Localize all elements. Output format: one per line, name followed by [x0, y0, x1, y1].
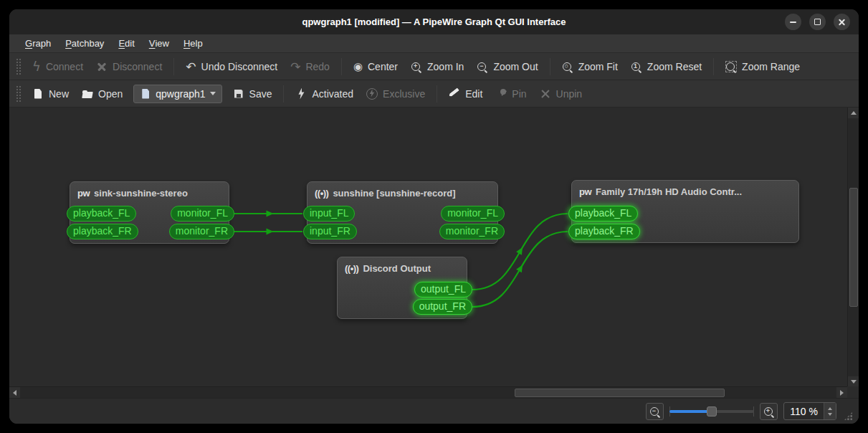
- toolbar-button-new[interactable]: New: [26, 85, 75, 103]
- redo-icon: ↷: [290, 61, 300, 72]
- toolbar-button-label: Edit: [465, 88, 482, 100]
- connection-arrow-icon: [267, 229, 274, 235]
- horizontal-scrollbar[interactable]: [9, 386, 847, 398]
- connection-arrow-icon: [267, 211, 274, 217]
- spin-down-button[interactable]: [828, 413, 832, 416]
- menu-patchbay[interactable]: Patchbay: [58, 34, 111, 52]
- maximize-button[interactable]: [809, 14, 826, 30]
- vertical-scrollbar[interactable]: [847, 108, 859, 387]
- vertical-scrollbar-thumb[interactable]: [849, 188, 858, 307]
- toolbar-patchbay: NewOpenqpwgraph1SaveActivatedExclusiveEd…: [9, 80, 859, 108]
- toolbar-button-label: qpwgraph1: [156, 88, 205, 100]
- node-title: sunshine [sunshine-record]: [333, 188, 455, 199]
- toolbar-button-redo[interactable]: ↷Redo: [284, 57, 336, 76]
- statusbar: − + 110 %: [9, 399, 859, 424]
- close-button[interactable]: [834, 14, 850, 30]
- toolbar-button-unpin[interactable]: Unpin: [533, 85, 589, 103]
- toolbar-separator: [283, 85, 284, 103]
- toolbar-drag-handle[interactable]: [16, 58, 21, 75]
- toolbar-button-activated[interactable]: Activated: [289, 85, 360, 103]
- zoom-spinbox[interactable]: 110 %: [783, 402, 836, 420]
- toolbar-button-label: Activated: [312, 88, 353, 100]
- toolbar-separator: [341, 58, 342, 75]
- port-sink-sunshine-stereo-monitor-fr[interactable]: monitor_FR: [169, 224, 234, 239]
- titlebar[interactable]: qpwgraph1 [modified] — A PipeWire Graph …: [9, 9, 859, 34]
- toolbar-button-save[interactable]: Save: [226, 85, 279, 103]
- connection-arrow-icon: [516, 263, 525, 272]
- menu-view[interactable]: View: [142, 34, 176, 52]
- toolbar-button-zoom-reset[interactable]: 1Zoom Reset: [624, 57, 708, 76]
- toolbar-button-label: Zoom Range: [742, 61, 800, 72]
- desktop-background: qpwgraph1 [modified] — A PipeWire Graph …: [0, 0, 868, 433]
- horizontal-scrollbar-thumb[interactable]: [515, 389, 725, 397]
- arrow-up-icon: [851, 111, 857, 115]
- toolbar-separator: [550, 58, 550, 75]
- scroll-up-button[interactable]: [848, 108, 859, 118]
- toolbar-button-pin[interactable]: Pin: [489, 85, 533, 103]
- port-sink-sunshine-stereo-playback-fl[interactable]: playback_FL: [67, 206, 136, 222]
- zoom-reset-icon: 1: [631, 61, 642, 72]
- toolbar-button-label: Open: [98, 88, 123, 100]
- port-sunshine-monitor-fl[interactable]: monitor_FL: [441, 206, 505, 222]
- port-sunshine-monitor-fr[interactable]: monitor_FR: [439, 224, 505, 239]
- port-sunshine-input-fr[interactable]: input_FR: [303, 224, 357, 239]
- minimize-icon: [790, 22, 796, 23]
- toolbar-button-edit[interactable]: Edit: [442, 85, 489, 103]
- toolbar-button-label: Disconnect: [113, 61, 162, 72]
- zoom-slider-handle[interactable]: [707, 406, 717, 417]
- toolbar-button-zoom-range[interactable]: Zoom Range: [719, 57, 806, 76]
- scroll-down-button[interactable]: [848, 376, 859, 387]
- chevron-down-icon: [210, 92, 216, 95]
- zoom-in-button[interactable]: +: [760, 403, 778, 420]
- toolbar-button-zoom-in[interactable]: +Zoom In: [404, 57, 470, 76]
- file-current-icon: [140, 88, 151, 100]
- toolbar-button-open[interactable]: Open: [75, 85, 129, 103]
- qpwgraph-window: qpwgraph1 [modified] — A PipeWire Graph …: [9, 9, 859, 424]
- graph-viewport[interactable]: pwsink-sunshine-stereo((•))sunshine [sun…: [9, 108, 847, 387]
- arrow-right-icon: [840, 390, 844, 396]
- toolbar-button-label: Zoom In: [427, 61, 464, 72]
- menu-edit[interactable]: Edit: [111, 34, 141, 52]
- zoom-fit-icon: ○: [562, 61, 573, 72]
- toolbar-button-zoom-fit[interactable]: ○Zoom Fit: [555, 57, 624, 76]
- menu-help[interactable]: Help: [176, 34, 210, 52]
- toolbar-button-disconnect[interactable]: Disconnect: [90, 57, 168, 76]
- minimize-button[interactable]: [785, 14, 801, 30]
- file-new-icon: [32, 88, 44, 100]
- spin-up-button[interactable]: [828, 407, 832, 410]
- toolbar-button-center[interactable]: ◉Center: [347, 57, 404, 76]
- patchbay-selector-combo[interactable]: qpwgraph1: [133, 85, 221, 103]
- connection-arrow-icon: [516, 246, 525, 255]
- toolbar-button-zoom-out[interactable]: −Zoom Out: [470, 57, 544, 76]
- undo-icon: ↶: [186, 61, 196, 72]
- toolbar-separator: [437, 85, 437, 103]
- pipewire-icon: pw: [579, 186, 591, 197]
- menu-graph[interactable]: Graph: [18, 34, 58, 52]
- port-sunshine-input-fl[interactable]: input_FL: [303, 206, 355, 222]
- window-title: qpwgraph1 [modified] — A PipeWire Graph …: [302, 16, 566, 27]
- port-family-hd-audio-playback-fl[interactable]: playback_FL: [568, 206, 638, 222]
- zoom-slider-fill: [669, 410, 711, 413]
- node-header: ((•))sunshine [sunshine-record]: [307, 182, 497, 204]
- lightning-circle-icon: [366, 88, 378, 100]
- port-family-hd-audio-playback-fr[interactable]: playback_FR: [568, 224, 640, 239]
- toolbar-button-exclusive[interactable]: Exclusive: [360, 85, 431, 103]
- toolbar-button-label: Exclusive: [383, 88, 425, 100]
- scroll-left-button[interactable]: [9, 387, 20, 398]
- toolbar-button-undo-disconnect[interactable]: ↶Undo Disconnect: [179, 57, 284, 76]
- port-sink-sunshine-stereo-monitor-fl[interactable]: monitor_FL: [171, 206, 234, 222]
- zoom-out-button[interactable]: −: [646, 403, 664, 420]
- zoom-range-icon: [725, 61, 737, 72]
- unpin-icon: [540, 88, 551, 100]
- scroll-right-button[interactable]: [836, 387, 847, 398]
- toolbar-button-connect[interactable]: ϟConnect: [26, 57, 90, 76]
- toolbar-drag-handle[interactable]: [16, 85, 21, 103]
- node-header: pwFamily 17h/19h HD Audio Contr...: [572, 181, 798, 203]
- resize-grip[interactable]: [844, 411, 853, 421]
- connections-layer: [9, 108, 847, 387]
- port-sink-sunshine-stereo-playback-fr[interactable]: playback_FR: [67, 224, 138, 239]
- port-discord-output-output-fr[interactable]: output_FR: [413, 299, 472, 315]
- port-discord-output-output-fl[interactable]: output_FL: [414, 282, 472, 298]
- zoom-slider[interactable]: [669, 404, 754, 419]
- menubar: GraphPatchbayEditViewHelp: [9, 34, 859, 53]
